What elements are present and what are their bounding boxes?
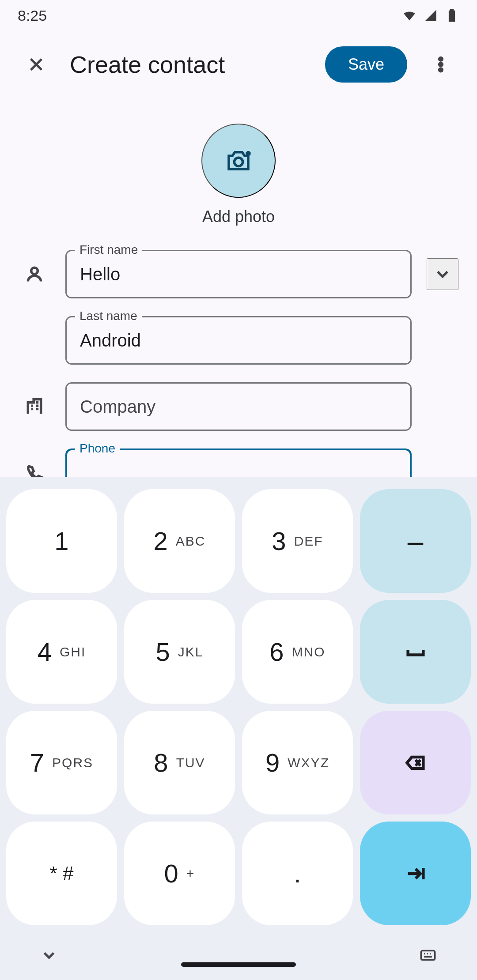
first-name-label: First name [75, 243, 142, 257]
svg-point-3 [234, 158, 242, 166]
app-header: Create contact Save [0, 31, 477, 98]
svg-point-0 [439, 57, 443, 60]
key-6[interactable]: 6MNO [242, 600, 353, 704]
keyboard-icon [419, 946, 437, 965]
key-7[interactable]: 7PQRS [6, 711, 117, 814]
signal-icon [423, 8, 438, 23]
chevron-down-icon [433, 264, 452, 284]
nav-handle[interactable] [181, 962, 296, 967]
keyboard-collapse-button[interactable] [40, 946, 58, 966]
add-photo-button[interactable] [201, 124, 276, 198]
numeric-keypad: 1 2ABC 3DEF – 4GHI 5JKL 6MNO 7PQRS 8TUV … [0, 477, 477, 980]
svg-point-2 [439, 68, 443, 72]
first-name-input[interactable] [65, 250, 412, 298]
keypad-keys: 1 2ABC 3DEF – 4GHI 5JKL 6MNO 7PQRS 8TUV … [0, 477, 477, 931]
company-icon [19, 391, 50, 422]
spacer [19, 324, 50, 356]
keyboard-switch-button[interactable] [419, 946, 437, 966]
close-icon [27, 55, 45, 74]
add-photo-section: Add photo [0, 124, 477, 226]
page-title: Create contact [70, 51, 313, 78]
person-icon [19, 258, 50, 290]
svg-point-4 [31, 268, 38, 274]
space-icon [404, 641, 427, 663]
key-backspace[interactable] [360, 711, 471, 814]
last-name-field: Last name [65, 316, 412, 365]
key-period[interactable]: . [242, 822, 353, 925]
key-next[interactable] [360, 822, 471, 925]
save-button[interactable]: Save [325, 46, 407, 83]
spacer [427, 324, 458, 356]
expand-name-fields-button[interactable] [427, 258, 458, 290]
first-name-field: First name [65, 250, 412, 298]
key-5[interactable]: 5JKL [124, 600, 235, 704]
add-photo-label: Add photo [202, 207, 275, 226]
chevron-down-icon [40, 946, 58, 965]
key-1[interactable]: 1 [6, 489, 117, 593]
company-field [65, 382, 412, 431]
close-button[interactable] [15, 43, 57, 86]
svg-point-1 [439, 63, 443, 66]
key-dash[interactable]: – [360, 489, 471, 593]
key-3[interactable]: 3DEF [242, 489, 353, 593]
key-symbols[interactable]: * # [6, 822, 117, 925]
key-8[interactable]: 8TUV [124, 711, 235, 814]
status-icons [402, 8, 459, 23]
backspace-icon [404, 751, 427, 774]
next-field-icon [404, 862, 427, 885]
more-options-button[interactable] [420, 43, 462, 86]
key-9[interactable]: 9WXYZ [242, 711, 353, 814]
key-2[interactable]: 2ABC [124, 489, 235, 593]
key-0[interactable]: 0+ [124, 822, 235, 925]
company-row [19, 382, 458, 431]
last-name-row: Last name [19, 316, 458, 365]
svg-rect-5 [421, 950, 435, 960]
wifi-icon [402, 8, 417, 23]
last-name-input[interactable] [65, 316, 412, 365]
last-name-label: Last name [75, 309, 142, 323]
phone-label: Phone [75, 441, 120, 456]
status-bar: 8:25 [0, 0, 477, 31]
more-vert-icon [432, 55, 450, 74]
keypad-bottom-bar [0, 931, 477, 980]
camera-add-icon [224, 146, 253, 175]
battery-icon [444, 8, 459, 23]
key-4[interactable]: 4GHI [6, 600, 117, 704]
status-clock: 8:25 [18, 7, 47, 24]
company-input[interactable] [65, 382, 412, 431]
spacer [427, 391, 458, 422]
key-space[interactable] [360, 600, 471, 704]
first-name-row: First name [19, 250, 458, 298]
